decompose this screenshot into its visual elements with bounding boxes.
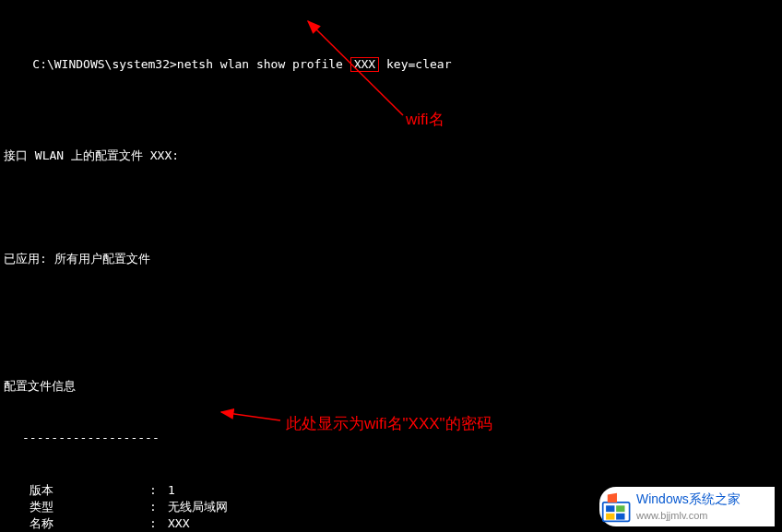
watermark-title: Windows系统之家 — [636, 491, 765, 509]
section-profile-info-title: 配置文件信息 — [4, 378, 778, 395]
svg-rect-6 — [616, 513, 624, 519]
kv-sep: : — [149, 515, 168, 532]
applied-line: 已应用: 所有用户配置文件 — [4, 251, 778, 267]
kv-key: 类型 — [30, 499, 149, 515]
watermark: Windows系统之家 www.bjjmlv.com — [599, 487, 775, 526]
cmd-text-before: netsh wlan show profile — [177, 57, 350, 71]
kv-sep: : — [149, 482, 168, 499]
prompt: C:\WINDOWS\system32> — [32, 57, 177, 71]
kv-key: 版本 — [30, 482, 149, 499]
kv-value: 1 — [168, 482, 175, 499]
cmd-text-after: key=clear — [379, 57, 451, 71]
highlight-profile-name: XXX — [350, 57, 379, 72]
kv-value: XXX — [168, 515, 189, 532]
kv-key: 名称 — [30, 515, 149, 532]
watermark-url: www.bjjmlv.com — [636, 509, 765, 523]
terminal-output: C:\WINDOWS\system32>netsh wlan show prof… — [0, 0, 782, 532]
kv-sep: : — [149, 499, 168, 515]
svg-rect-4 — [616, 505, 624, 512]
annotation-password: 此处显示为wifi名"XXX"的密码 — [286, 413, 492, 435]
annotation-wifi-name: wifi名 — [406, 109, 444, 131]
svg-rect-5 — [606, 513, 614, 519]
windows-logo-icon — [601, 491, 633, 523]
svg-rect-3 — [606, 505, 614, 512]
command-line: C:\WINDOWS\system32>netsh wlan show prof… — [4, 39, 778, 89]
interface-header: 接口 WLAN 上的配置文件 XXX: — [4, 148, 778, 164]
kv-value: 无线局域网 — [168, 499, 228, 515]
